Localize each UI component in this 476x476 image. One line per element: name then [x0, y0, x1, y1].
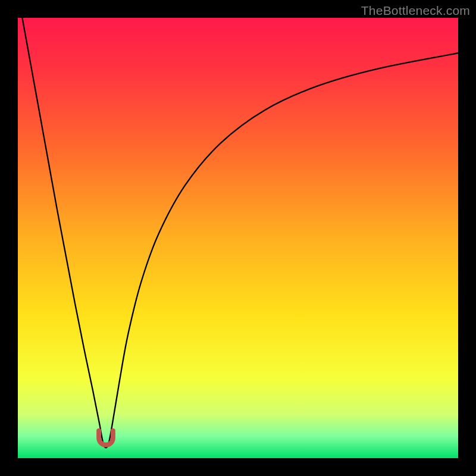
gradient-background — [18, 18, 458, 458]
chart-frame: TheBottleneck.com — [0, 0, 476, 476]
plot-svg — [18, 18, 458, 458]
bottleneck-plot — [18, 18, 458, 458]
watermark-label: TheBottleneck.com — [361, 4, 470, 18]
